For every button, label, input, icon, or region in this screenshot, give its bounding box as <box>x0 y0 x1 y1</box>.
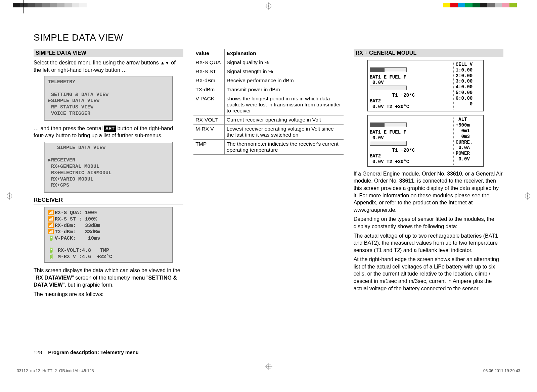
table-row: RX-S STSignal strength in % <box>193 67 343 76</box>
indd-filename: 33112_mx12_HoTT_2_GB.indd Abs45:128 <box>17 369 94 373</box>
body-paragraph: If a General Engine module, Order No. 33… <box>354 170 503 214</box>
intro-paragraph: Select the desired menu line using the a… <box>34 59 183 74</box>
table-row: RX-VOLTCurrent receiver operating voltag… <box>193 115 343 125</box>
intro-text: Select the desired menu line using the a… <box>34 60 160 65</box>
registration-mark-icon <box>266 3 271 9</box>
lcd-line: BAT2 <box>370 153 381 159</box>
table-cell-explanation: Current receiver operating voltage in Vo… <box>224 115 343 125</box>
signal-gauge <box>370 67 407 72</box>
lcd-line: RX+GPS <box>48 183 69 188</box>
lcd-line: RX+ELECTRIC AIRMODUL <box>48 170 111 176</box>
table-row: TMPThe thermometer indicates the receive… <box>193 140 343 155</box>
lcd-telemetry-menu: TELEMETRY SETTING & DATA VIEW ▶SIMPLE DA… <box>44 76 173 121</box>
body-paragraph: At the right-hand edge the screen shows … <box>354 256 503 292</box>
table-cell-value: RX-VOLT <box>193 115 224 125</box>
lcd-title: SIMPLE DATA VIEW <box>48 145 105 151</box>
lcd-line: M-RX V :4.6 +22°C <box>55 254 112 260</box>
table-row: RX-dBmReceive performance in dBm <box>193 76 343 85</box>
table-cell-value: RX-S ST <box>193 67 224 76</box>
body-text: ", but in graphic form. <box>63 282 114 288</box>
body-text: If a General Engine module, Order No. <box>354 171 447 177</box>
signal-icon: 📶 <box>47 229 55 235</box>
signal-gauge <box>370 122 407 127</box>
indesign-slug: 33112_mx12_HoTT_2_GB.indd Abs45:128 06.0… <box>17 369 520 373</box>
section-header-simple-data-view: SIMPLE DATA VIEW <box>34 49 183 57</box>
lcd-line: SETTING & DATA VIEW <box>48 92 108 98</box>
lcd-line: RF STATUS VIEW <box>48 104 93 110</box>
table-cell-explanation: shows the longest period in ms in which … <box>224 94 343 115</box>
table-cell-value: V PACK <box>193 94 224 115</box>
lcd-line: BAT2 <box>370 98 381 104</box>
crop-mark <box>0 12 67 12</box>
order-number: 33611 <box>399 178 414 184</box>
table-cell-value: TX-dBm <box>193 85 224 94</box>
lcd-general-modul-alt: BAT1 E FUEL F 0.0V T1 +20°C BAT2 0.0V T2… <box>367 115 484 166</box>
body-paragraph: Depending on the types of sensor fitted … <box>354 215 503 230</box>
lcd-line: RX-S QUA: 100% <box>55 210 97 216</box>
intro-text: … and then press the central <box>34 126 104 131</box>
lcd-line: RX-VOLT:4.8 TMP <box>55 248 109 253</box>
lcd-line: TX-dBm: 33dBm <box>55 229 100 235</box>
lcd-cell-voltage-panel: CELL V 1:0.00 2:0.00 3:0.00 4:0.00 5:0.0… <box>453 62 481 109</box>
lcd-receiver-data: 📶RX-S QUA: 100% 📶RX-S ST : 100% 📶RX-dBm:… <box>44 207 173 263</box>
body-text-bold: RX DATAVIEW <box>36 275 72 281</box>
table-header-value: Value <box>193 49 224 58</box>
lcd-line: BAT1 E FUEL F <box>370 130 406 135</box>
lcd-line-selected: SIMPLE DATA VIEW <box>51 98 99 104</box>
lcd-line: 0.0V <box>370 80 384 85</box>
indd-timestamp: 06.06.2011 19:39:43 <box>483 369 520 373</box>
table-row: TX-dBmTransmit power in dBm <box>193 85 343 94</box>
body-paragraph: This screen displays the data which can … <box>34 267 183 289</box>
lcd-simple-data-view-menu: SIMPLE DATA VIEW ▶RECEIVER RX+GENERAL MO… <box>44 142 173 193</box>
lcd-line: RX+VARIO MODUL <box>48 177 93 182</box>
lcd-line: VOICE TRIGGER <box>48 111 90 116</box>
table-cell-explanation: Signal strength in % <box>224 67 343 76</box>
table-cell-value: RX-S QUA <box>193 58 224 67</box>
lcd-general-modul-cellv: BAT1 E FUEL F 0.0V T1 +20°C BAT2 0.0V T2… <box>367 60 484 111</box>
lcd-line: TELEMETRY <box>48 79 75 85</box>
section-header-rx-general-modul: RX + GENERAL MODUL <box>354 49 503 57</box>
table-cell-value: M-RX V <box>193 125 224 140</box>
lcd-line: RX-S ST : 100% <box>55 216 97 222</box>
value-explanation-table: Value Explanation RX-S QUASignal quality… <box>193 49 343 155</box>
signal-icon: 📶 <box>47 209 55 216</box>
fuel-gauge <box>370 86 407 90</box>
table-cell-explanation: Transmit power in dBm <box>224 85 343 94</box>
lcd-line-selected: RECEIVER <box>51 157 75 163</box>
section-header-receiver: RECEIVER <box>34 197 183 204</box>
lcd-line: V-PACK: 10ms <box>55 236 100 241</box>
body-paragraph: The actual voltage of up to two recharge… <box>354 232 503 254</box>
selection-arrow-icon: ▶ <box>48 157 51 163</box>
page-number: 128 <box>34 349 42 355</box>
grayscale-colorbar <box>13 3 94 7</box>
table-cell-explanation: Signal quality in % <box>224 58 343 67</box>
lcd-line: T1 +20°C <box>370 93 415 98</box>
lcd-line: T1 +20°C <box>370 148 415 153</box>
table-header-explanation: Explanation <box>224 49 343 58</box>
page-footer: 128 Program description: Telemetry menu <box>34 349 139 355</box>
lcd-line: RX-dBm: 33dBm <box>55 223 100 229</box>
footer-title: Program description: Telemetry menu <box>48 349 139 355</box>
battery-icon: 🔋 <box>47 247 55 253</box>
table-row: M-RX VLowest receiver operating voltage … <box>193 125 343 140</box>
lcd-line: BAT1 E FUEL F <box>370 75 406 80</box>
table-row: RX-S QUASignal quality in % <box>193 58 343 67</box>
table-cell-explanation: Lowest receiver operating voltage in Vol… <box>224 125 343 140</box>
cmyk-colorbar <box>443 3 524 7</box>
signal-icon: 📶 <box>47 216 55 222</box>
intro-paragraph: … and then press the central SET button … <box>34 125 183 139</box>
table-cell-value: TMP <box>193 140 224 155</box>
table-cell-value: RX-dBm <box>193 76 224 85</box>
table-cell-explanation: Receive performance in dBm <box>224 76 343 85</box>
signal-icon: 📶 <box>47 222 55 229</box>
fuel-gauge <box>370 141 407 146</box>
lcd-alt-power-panel: ALT +500m 0m1 0m3 CURRE. 0.0A POWER 0.0V <box>453 117 481 164</box>
order-number: 33610 <box>447 171 462 177</box>
arrow-up-down-icon: ▲▼ <box>160 60 170 65</box>
set-button-label: SET <box>104 126 116 132</box>
lcd-line: 0.0V T2 +20°C <box>370 104 409 109</box>
registration-mark-icon <box>7 193 12 199</box>
selection-arrow-icon: ▶ <box>48 98 51 104</box>
body-text: " screen of the telemetry menu " <box>72 275 148 281</box>
table-row: V PACKshows the longest period in ms in … <box>193 94 343 115</box>
